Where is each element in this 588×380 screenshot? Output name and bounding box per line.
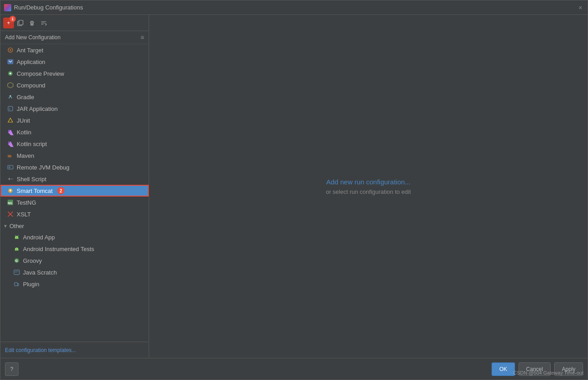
junit-label: JUnit [17, 117, 30, 124]
title-bar: Run/Debug Configurations × [0, 0, 588, 15]
jar-application-label: JAR Application [17, 105, 58, 112]
kotlin-script-label: Kotlin script [17, 141, 47, 147]
android-instrumented-icon [13, 245, 20, 252]
list-item-compose-preview[interactable]: Compose Preview [0, 68, 149, 79]
list-item-testng[interactable]: NG TestNG [0, 197, 149, 208]
kotlin-script-icon [7, 140, 14, 147]
maven-label: Maven [17, 152, 34, 159]
shell-script-label: Shell Script [17, 176, 46, 183]
ant-target-icon [7, 46, 14, 54]
app-icon [4, 4, 11, 11]
list-item-plugin[interactable]: Plugin [0, 278, 149, 290]
svg-text:G: G [15, 259, 18, 262]
android-app-icon [13, 233, 20, 241]
list-item-kotlin[interactable]: Kotlin [0, 126, 149, 138]
list-item-groovy[interactable]: G Groovy [0, 255, 149, 266]
list-item-smart-tomcat[interactable]: Smart Tomcat 2 [0, 185, 149, 197]
smart-tomcat-label: Smart Tomcat [17, 188, 53, 194]
java-scratch-label: Java Scratch [23, 269, 57, 276]
ok-button[interactable]: OK [492, 362, 515, 376]
list-item-android-instrumented[interactable]: Android Instrumented Tests [0, 243, 149, 255]
kotlin-icon [7, 128, 14, 136]
smart-tomcat-badge: 2 [57, 187, 64, 194]
other-section-chevron: ▼ [3, 224, 8, 229]
compose-preview-label: Compose Preview [17, 70, 64, 77]
help-button[interactable]: ? [5, 362, 18, 376]
smart-tomcat-icon [7, 187, 14, 194]
gradle-label: Gradle [17, 94, 34, 101]
android-instrumented-label: Android Instrumented Tests [23, 246, 94, 252]
list-item-xslt[interactable]: XSLT [0, 208, 149, 220]
add-new-run-configuration-link[interactable]: Add new run configuration... [326, 178, 410, 186]
svg-point-25 [15, 248, 16, 249]
list-item-maven[interactable]: m Maven [0, 150, 149, 161]
svg-rect-15 [9, 166, 10, 168]
other-section-header[interactable]: ▼ Other [0, 220, 149, 231]
jar-application-icon: J [7, 105, 14, 112]
application-icon [7, 58, 14, 65]
svg-marker-16 [8, 178, 10, 180]
list-item-jar-application[interactable]: J JAR Application [0, 103, 149, 114]
list-item-compound[interactable]: Compound [0, 79, 149, 91]
compound-icon [7, 82, 14, 89]
remove-configuration-button[interactable] [27, 18, 37, 28]
remote-jvm-debug-label: Remote JVM Debug [17, 164, 69, 171]
compound-label: Compound [17, 82, 46, 89]
compose-preview-icon [7, 70, 14, 77]
maven-icon: m [7, 152, 14, 159]
svg-rect-1 [19, 20, 23, 25]
dialog-title: Run/Debug Configurations [14, 4, 577, 11]
sort-configurations-button[interactable] [38, 18, 49, 28]
svg-point-5 [9, 95, 11, 97]
svg-marker-8 [8, 118, 13, 122]
junit-icon [7, 117, 14, 124]
list-item-junit[interactable]: JUnit [0, 114, 149, 126]
sidebar: + 1 [0, 15, 149, 358]
add-new-configuration-label: Add New Configuration [5, 34, 60, 41]
list-item-remote-jvm-debug[interactable]: Remote JVM Debug [0, 161, 149, 173]
kotlin-label: Kotlin [17, 129, 32, 136]
java-scratch-icon [13, 269, 20, 276]
plugin-icon [13, 280, 20, 288]
svg-text:NG: NG [8, 201, 13, 205]
dialog-footer: ? OK Cancel Apply [0, 358, 588, 380]
application-label: Application [17, 59, 46, 65]
xslt-icon [7, 211, 14, 218]
toolbar: + 1 [0, 15, 149, 31]
svg-rect-32 [14, 283, 18, 286]
copy-configuration-button[interactable] [15, 18, 26, 28]
groovy-label: Groovy [23, 257, 42, 264]
android-app-label: Android App [23, 234, 55, 241]
xslt-label: XSLT [17, 211, 31, 218]
svg-text:J: J [9, 107, 10, 110]
svg-point-26 [17, 248, 18, 249]
list-item-gradle[interactable]: Gradle [0, 91, 149, 103]
dropdown-collapse-button[interactable]: ≡ [141, 34, 144, 41]
close-button[interactable]: × [577, 4, 584, 11]
testng-icon: NG [7, 199, 14, 206]
svg-text:m: m [8, 153, 12, 158]
list-item-application[interactable]: Application [0, 56, 149, 68]
svg-point-24 [17, 237, 18, 237]
main-content: + 1 [0, 15, 588, 358]
add-new-configuration-header: Add New Configuration ≡ [0, 31, 149, 44]
remote-jvm-debug-icon [7, 164, 14, 171]
list-item-kotlin-script[interactable]: Kotlin script [0, 138, 149, 150]
edit-configuration-templates-link[interactable]: Edit configuration templates... [5, 347, 76, 353]
plugin-label: Plugin [23, 281, 39, 288]
list-item-ant-target[interactable]: Ant Target [0, 44, 149, 56]
cancel-button[interactable]: Cancel [519, 362, 551, 376]
svg-rect-3 [8, 60, 13, 64]
list-item-android-app[interactable]: Android App [0, 231, 149, 243]
add-configuration-button[interactable]: + 1 [3, 18, 14, 28]
list-item-java-scratch[interactable]: Java Scratch [0, 266, 149, 278]
run-debug-configurations-dialog: Run/Debug Configurations × + 1 [0, 0, 588, 380]
gradle-icon [7, 93, 14, 101]
ant-target-label: Ant Target [17, 47, 43, 54]
shell-script-icon [7, 175, 14, 183]
list-item-shell-script[interactable]: Shell Script [0, 173, 149, 185]
svg-point-23 [15, 237, 16, 237]
configuration-type-list: Ant Target Application [0, 44, 149, 342]
right-panel: Add new run configuration... or select r… [149, 15, 588, 358]
apply-button[interactable]: Apply [554, 362, 583, 376]
